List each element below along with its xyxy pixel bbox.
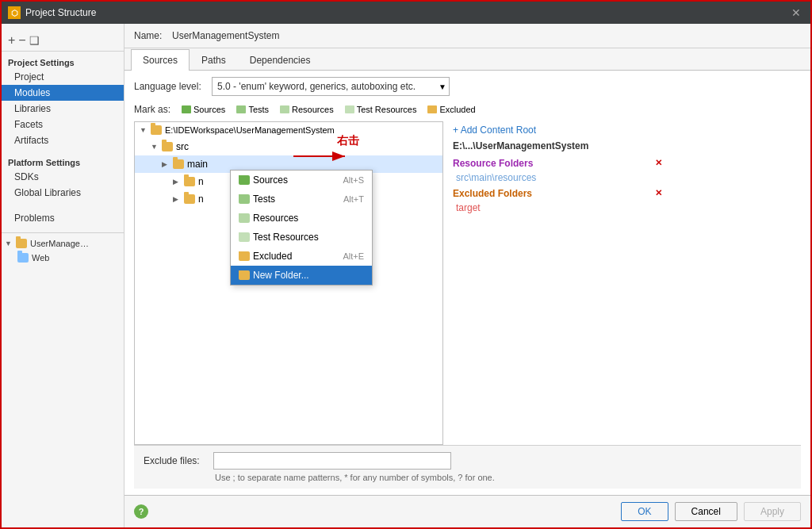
button-bar: ? OK Cancel Apply xyxy=(124,495,810,527)
copy-module-button[interactable]: ❑ xyxy=(29,34,40,47)
help-button[interactable]: ? xyxy=(134,504,148,519)
tree-arrow-root: ▼ xyxy=(5,240,13,247)
cancel-button[interactable]: Cancel xyxy=(675,502,737,521)
sidebar: + − ❑ Project Settings Project Modules L… xyxy=(2,24,124,527)
context-menu-excluded[interactable]: Excluded Alt+E xyxy=(231,247,372,266)
sidebar-item-global-libraries[interactable]: Global Libraries xyxy=(2,185,124,201)
context-menu-sources[interactable]: Sources Alt+S xyxy=(231,171,372,190)
folder-icon-src xyxy=(162,142,173,151)
context-menu-test-resources[interactable]: Test Resources xyxy=(231,228,372,247)
test-resources-menu-icon xyxy=(239,232,250,242)
title-bar-left: ⬡ Project Structure xyxy=(8,6,96,19)
tree-item-root[interactable]: ▼ UserManagementSystem xyxy=(2,236,124,251)
tree-root-path[interactable]: ▼ E:\IDEWorkspace\UserManagementSystem xyxy=(135,122,442,138)
exclude-files-input[interactable] xyxy=(213,452,451,470)
test-resources-dot xyxy=(345,105,354,113)
dialog-title: Project Structure xyxy=(25,7,96,18)
annotation-text: 右击 xyxy=(337,134,359,148)
sidebar-item-project[interactable]: Project xyxy=(2,69,124,85)
exclude-hint: Use ; to separate name patterns, * for a… xyxy=(144,473,495,482)
new-folder-menu-icon xyxy=(239,270,250,280)
content-root-path: E:\...\UserManagementSystem xyxy=(453,140,662,151)
tab-sources[interactable]: Sources xyxy=(131,49,190,71)
sidebar-item-sdks[interactable]: SDKs xyxy=(2,169,124,185)
sidebar-item-problems[interactable]: Problems xyxy=(2,210,124,226)
context-menu: Sources Alt+S Tests Alt+T xyxy=(230,170,373,286)
module-name: UserManagementSystem xyxy=(172,30,279,41)
language-level-label: Language level: xyxy=(134,81,205,92)
folder-icon-main xyxy=(173,159,184,169)
add-content-root-button[interactable]: + Add Content Root xyxy=(453,125,536,136)
mark-as-row: Mark as: Sources Tests Resources xyxy=(134,104,801,115)
folder-icon-n2 xyxy=(184,194,195,204)
tab-paths[interactable]: Paths xyxy=(190,49,238,71)
excluded-dot xyxy=(427,105,437,113)
tree-src[interactable]: ▼ src xyxy=(135,138,442,155)
resource-folders-title: Resource Folders ✕ xyxy=(453,158,662,169)
file-tree-panel: ▼ E:\IDEWorkspace\UserManagementSystem ▼… xyxy=(134,121,443,445)
sidebar-item-artifacts[interactable]: Artifacts xyxy=(2,132,124,148)
lower-content: ▼ E:\IDEWorkspace\UserManagementSystem ▼… xyxy=(134,121,801,445)
sidebar-item-facets[interactable]: Facets xyxy=(2,117,124,132)
sources-menu-icon xyxy=(239,175,250,185)
main-layout: + − ❑ Project Settings Project Modules L… xyxy=(2,24,810,527)
sidebar-item-libraries[interactable]: Libraries xyxy=(2,101,124,117)
excluded-folders-title: Excluded Folders ✕ xyxy=(453,188,662,199)
tab-dependencies[interactable]: Dependencies xyxy=(238,49,323,71)
excluded-folders-close[interactable]: ✕ xyxy=(655,188,662,198)
mark-sources-button[interactable]: Sources xyxy=(178,104,228,115)
tree-arrow-n2: ▶ xyxy=(173,195,181,203)
exclude-files-label: Exclude files: xyxy=(144,455,207,466)
tests-menu-icon xyxy=(239,194,250,204)
resource-folders-close[interactable]: ✕ xyxy=(655,158,662,168)
project-structure-dialog: ⬡ Project Structure ✕ + − ❑ Project Sett… xyxy=(0,0,812,529)
resources-dot xyxy=(280,105,289,113)
tree-item-web[interactable]: Web xyxy=(2,251,124,265)
name-label: Name: xyxy=(134,30,166,41)
sidebar-item-modules[interactable]: Modules xyxy=(2,85,124,101)
tabs-bar: Sources Paths Dependencies xyxy=(124,48,810,71)
project-settings-label: Project Settings xyxy=(2,55,124,69)
right-panel: Name: UserManagementSystem Sources Paths… xyxy=(124,24,810,527)
title-bar: ⬡ Project Structure ✕ xyxy=(2,2,810,24)
mark-as-label: Mark as: xyxy=(134,104,170,115)
tree-arrow-n1: ▶ xyxy=(173,178,181,186)
tests-dot xyxy=(236,105,246,113)
resources-menu-icon xyxy=(239,213,250,223)
info-panel: + Add Content Root E:\...\UserManagement… xyxy=(446,121,668,445)
excluded-menu-icon xyxy=(239,251,250,261)
mark-test-resources-button[interactable]: Test Resources xyxy=(342,104,420,115)
language-level-select[interactable]: 5.0 - 'enum' keyword, generics, autoboxi… xyxy=(212,77,450,96)
context-menu-new-folder[interactable]: New Folder... xyxy=(231,266,372,285)
apply-button[interactable]: Apply xyxy=(744,502,801,521)
info-toolbar: + Add Content Root xyxy=(453,125,662,136)
exclude-bar: Exclude files: Use ; to separate name pa… xyxy=(134,445,801,489)
sidebar-toolbar: + − ❑ xyxy=(2,30,124,52)
ok-button[interactable]: OK xyxy=(621,502,668,521)
folder-icon-root-path xyxy=(151,125,162,135)
mark-resources-button[interactable]: Resources xyxy=(277,104,337,115)
language-row: Language level: 5.0 - 'enum' keyword, ge… xyxy=(134,77,801,96)
tree-arrow-src: ▼ xyxy=(151,143,159,151)
excluded-folder-path: target xyxy=(453,202,662,213)
tree-arrow-main: ▶ xyxy=(162,160,170,168)
platform-settings-label: Platform Settings xyxy=(2,155,124,169)
app-icon: ⬡ xyxy=(8,6,21,19)
context-menu-resources[interactable]: Resources xyxy=(231,209,372,228)
language-select-wrapper: 5.0 - 'enum' keyword, generics, autoboxi… xyxy=(212,77,450,96)
mark-excluded-button[interactable]: Excluded xyxy=(424,104,478,115)
content-area: Language level: 5.0 - 'enum' keyword, ge… xyxy=(124,71,810,495)
sources-dot xyxy=(182,105,191,113)
remove-module-button[interactable]: − xyxy=(18,33,25,48)
close-button[interactable]: ✕ xyxy=(788,5,804,21)
exclude-row: Exclude files: xyxy=(144,452,791,470)
tree-arrow-root-path: ▼ xyxy=(140,126,147,134)
name-bar: Name: UserManagementSystem xyxy=(124,24,810,48)
context-menu-tests[interactable]: Tests Alt+T xyxy=(231,190,372,209)
folder-icon-web xyxy=(17,253,29,263)
folder-icon-n1 xyxy=(184,177,195,186)
resource-folder-path: src\main\resources xyxy=(453,172,662,183)
folder-icon-root xyxy=(16,239,27,248)
add-module-button[interactable]: + xyxy=(8,33,15,48)
mark-tests-button[interactable]: Tests xyxy=(233,104,272,115)
